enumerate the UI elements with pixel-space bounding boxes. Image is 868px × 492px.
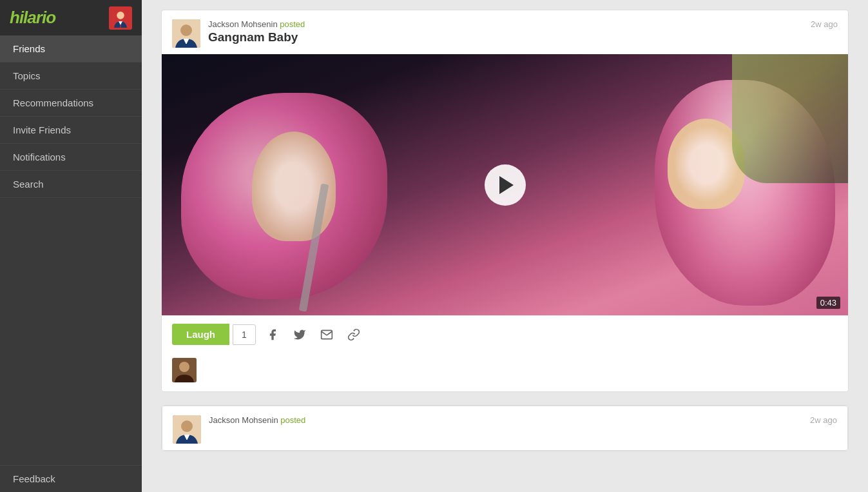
laugh-button[interactable]: Laugh — [172, 324, 229, 345]
sidebar-item-topics[interactable]: Topics — [0, 63, 142, 90]
sidebar-item-recommendations[interactable]: Recommendations — [0, 90, 142, 117]
email-share-button[interactable] — [316, 324, 337, 345]
sidebar-item-notifications[interactable]: Notifications — [0, 144, 142, 171]
facebook-share-button[interactable] — [262, 324, 283, 345]
user-avatar[interactable] — [109, 6, 132, 30]
app-logo[interactable]: hilario — [10, 8, 55, 28]
post-time: 2w ago — [811, 19, 838, 29]
sidebar-item-search[interactable]: Search — [0, 171, 142, 198]
post-meta-top: Jackson Mohsenin posted — [208, 19, 305, 29]
post-header-2: Jackson Mohsenin posted 2w ago — [162, 406, 848, 451]
sidebar-spacer — [0, 198, 142, 465]
sidebar: hilario Friends Topics Recommendations I… — [0, 0, 142, 492]
svg-point-8 — [181, 420, 193, 432]
poster-name-2: Jackson Mohsenin — [209, 415, 278, 425]
link-share-button[interactable] — [343, 324, 364, 345]
post-actions: Laugh 1 — [162, 315, 848, 353]
video-scene: 0:43 — [162, 54, 848, 315]
video-duration: 0:43 — [816, 297, 840, 309]
laugher-avatar[interactable] — [172, 358, 197, 382]
post-header: Jackson Mohsenin posted Gangnam Baby 2w … — [162, 10, 848, 54]
post-card-2: Jackson Mohsenin posted 2w ago — [161, 405, 849, 451]
post-meta-2: Jackson Mohsenin posted — [209, 415, 305, 425]
svg-point-1 — [117, 12, 124, 19]
posted-word-2: posted — [280, 415, 305, 425]
video-player[interactable]: 0:43 — [162, 54, 848, 315]
svg-point-4 — [180, 25, 192, 36]
post-meta-top-2: Jackson Mohsenin posted — [209, 415, 305, 425]
post-meta: Jackson Mohsenin posted Gangnam Baby — [208, 19, 305, 44]
posted-word: posted — [280, 19, 305, 29]
sidebar-item-invite-friends[interactable]: Invite Friends — [0, 117, 142, 144]
sidebar-header: hilario — [0, 0, 142, 35]
laugh-count[interactable]: 1 — [233, 324, 256, 345]
post-card: Jackson Mohsenin posted Gangnam Baby 2w … — [161, 10, 849, 392]
poster-avatar[interactable] — [172, 19, 200, 48]
svg-point-6 — [179, 362, 189, 372]
twitter-share-button[interactable] — [289, 324, 310, 345]
sidebar-item-friends[interactable]: Friends — [0, 35, 142, 63]
play-button[interactable] — [485, 164, 526, 206]
post-title: Gangnam Baby — [208, 30, 305, 44]
poster-avatar-2[interactable] — [173, 415, 201, 444]
main-content: Jackson Mohsenin posted Gangnam Baby 2w … — [142, 0, 868, 492]
poster-name: Jackson Mohsenin — [208, 19, 278, 29]
sidebar-item-feedback[interactable]: Feedback — [0, 465, 142, 492]
post-header-left: Jackson Mohsenin posted Gangnam Baby — [172, 19, 305, 48]
post-time-2: 2w ago — [810, 415, 837, 425]
post-laughers — [162, 353, 848, 391]
